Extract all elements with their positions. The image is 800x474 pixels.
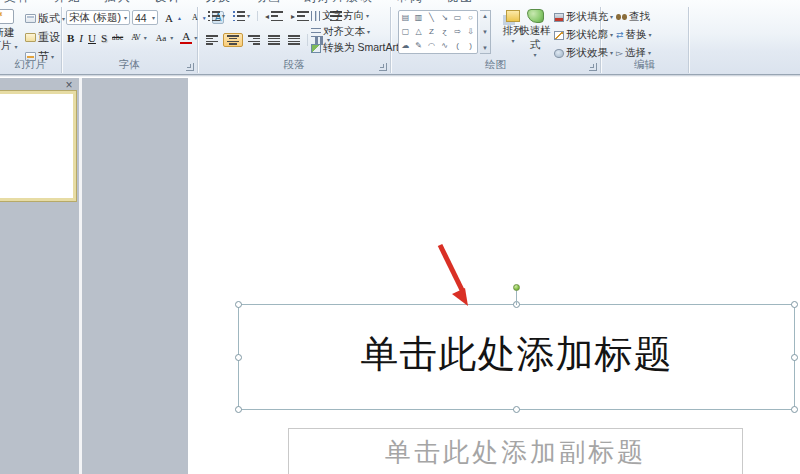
italic-button[interactable]: I (77, 32, 85, 44)
title-placeholder-text[interactable]: 单击此处添加标题 (239, 329, 794, 380)
shape-icon[interactable]: ╲ (429, 14, 434, 22)
shape-icon[interactable]: △ (415, 28, 421, 36)
decrease-indent-button[interactable]: ◂ (262, 10, 286, 22)
tab-slideshow[interactable]: 幻灯片放映 (304, 0, 374, 6)
group-slides: 新建 灯片 ▾ 版式▾ 重设 节▾ 幻灯片 (0, 7, 62, 73)
rotation-handle[interactable] (513, 284, 520, 291)
tab-transitions[interactable]: 切换 (204, 0, 232, 6)
find-button[interactable]: 查找 (613, 9, 655, 25)
shape-icon[interactable]: ▤ (402, 14, 410, 22)
chevron-down-icon: ▾ (194, 35, 197, 41)
tab-review[interactable]: 审阅 (396, 0, 424, 6)
shape-icon[interactable]: ( (456, 42, 459, 50)
resize-handle-bottom-left[interactable] (235, 406, 242, 413)
paragraph-dialog-launcher-icon[interactable] (379, 63, 387, 71)
replace-button[interactable]: ⇄替换▾ (613, 27, 655, 43)
shape-icon[interactable]: Z (429, 28, 434, 36)
ribbon-tab-strip: 文件开始插入设计切换动画幻灯片放映审阅视图 (0, 0, 800, 7)
resize-handle-top-right[interactable] (791, 301, 798, 308)
slide-thumbnail[interactable] (0, 91, 76, 201)
shape-icon[interactable]: ◠ (428, 42, 435, 50)
text-direction-label: 文字方向 (322, 9, 364, 23)
group-paragraph: ▾ ▾ ◂ ▸ ↕▾ ▾ 文字方向▾ 对齐文本▾ 转换为 SmartAr (198, 7, 391, 73)
tab-view[interactable]: 视图 (446, 0, 474, 6)
tab-insert[interactable]: 插入 (104, 0, 132, 6)
group-label-editing: 编辑 (601, 58, 688, 72)
grow-font-icon: A (163, 12, 175, 24)
align-text-icon (311, 28, 321, 37)
font-color-button[interactable]: A▾ (177, 30, 200, 45)
smartart-label: 转换为 SmartArt (323, 41, 399, 55)
shape-icon[interactable]: ↘ (441, 14, 448, 22)
title-placeholder[interactable]: 单击此处添加标题 (238, 304, 795, 410)
tab-design[interactable]: 设计 (154, 0, 182, 6)
group-drawing: ▤▥╲↘▭○▢△Zɀ⇨⇩☁✎◠∿() ▲ ▼ ▼ 排列 ▾ 快速样式 ▾ 形状填… (391, 7, 601, 73)
font-name-combobox[interactable]: 宋体 (标题)▾ (66, 10, 130, 25)
slide-canvas[interactable] (188, 78, 800, 474)
shape-icon[interactable]: ⇨ (454, 28, 461, 36)
align-left-icon (206, 35, 218, 45)
editor-background (82, 78, 188, 474)
workspace: × 单击此处添加标题 单击此处添加副标题 (0, 78, 800, 474)
gallery-more-icon[interactable]: ▼ (482, 45, 488, 51)
shape-icon[interactable]: ) (469, 42, 472, 50)
tab-file[interactable]: 文件 (4, 0, 32, 6)
ribbon: 文件开始插入设计切换动画幻灯片放映审阅视图 新建 灯片 ▾ 版式▾ 重设 节▾ … (0, 0, 800, 75)
align-text-label: 对齐文本 (323, 25, 365, 39)
shape-icon[interactable]: ∿ (441, 42, 448, 50)
shape-gallery[interactable]: ▤▥╲↘▭○▢△Zɀ⇨⇩☁✎◠∿() (398, 10, 478, 54)
resize-handle-bottom-center[interactable] (513, 406, 520, 413)
numbering-button[interactable]: ▾ (230, 10, 253, 22)
align-left-button[interactable] (203, 34, 221, 46)
drawing-dialog-launcher-icon[interactable] (589, 63, 597, 71)
justify-button[interactable] (265, 34, 283, 46)
shape-gallery-scrollbar[interactable]: ▲ ▼ ▼ (480, 10, 491, 54)
bullets-button[interactable]: ▾ (205, 10, 228, 22)
strikethrough-button[interactable]: abc (110, 33, 125, 42)
chevron-down-icon: ▾ (14, 44, 17, 50)
resize-handle-top-left[interactable] (235, 301, 242, 308)
tab-animations[interactable]: 动画 (254, 0, 282, 6)
text-shadow-button[interactable]: S (99, 32, 109, 44)
shape-icon[interactable]: ɀ (443, 28, 447, 36)
numbering-icon (233, 11, 245, 21)
chevron-down-icon: ▾ (366, 13, 369, 19)
new-slide-label-1: 新建 (0, 26, 20, 39)
grow-font-button[interactable]: A▲ (160, 11, 185, 25)
quick-styles-icon (527, 9, 544, 23)
decrease-indent-icon: ◂ (265, 12, 269, 21)
shape-icon[interactable]: ☁ (402, 42, 410, 50)
justify-icon (268, 35, 280, 45)
chevron-down-icon: ▾ (170, 35, 173, 41)
shape-icon[interactable]: ▭ (454, 14, 462, 22)
shape-icon[interactable]: ○ (468, 14, 473, 22)
chevron-down-icon: ▾ (152, 15, 155, 21)
subtitle-placeholder[interactable]: 单击此处添加副标题 (288, 428, 743, 474)
align-center-button[interactable] (223, 33, 243, 47)
group-font: 宋体 (标题)▾ 44▾ A▲ A▼ A B I U S abc AV▾ Aa▾… (62, 7, 198, 73)
shape-icon[interactable]: ▢ (402, 28, 410, 36)
shape-icon[interactable]: ✎ (415, 42, 422, 50)
shape-icon[interactable]: ⇩ (467, 28, 474, 36)
new-slide-button[interactable]: 新建 灯片 ▾ (0, 9, 20, 52)
align-right-button[interactable] (245, 34, 263, 46)
scroll-up-icon[interactable]: ▲ (482, 13, 488, 19)
change-case-icon: Aa (154, 33, 169, 43)
font-size-combobox[interactable]: 44▾ (132, 10, 158, 25)
subtitle-placeholder-text[interactable]: 单击此处添加副标题 (289, 435, 742, 470)
quick-styles-button[interactable]: 快速样式 ▾ (515, 9, 555, 58)
resize-handle-bottom-right[interactable] (791, 406, 798, 413)
increase-indent-button[interactable]: ▸ (288, 10, 312, 22)
shape-icon[interactable]: ▥ (415, 14, 423, 22)
chevron-down-icon: ▾ (367, 29, 370, 35)
scroll-down-icon[interactable]: ▼ (482, 29, 488, 35)
font-dialog-launcher-icon[interactable] (186, 63, 194, 71)
distribute-button[interactable] (285, 34, 303, 46)
change-case-button[interactable]: Aa▾ (151, 32, 177, 44)
layout-label: 版式 (38, 11, 60, 26)
underline-button[interactable]: U (86, 32, 98, 44)
bold-button[interactable]: B (65, 32, 76, 44)
align-center-icon (227, 35, 239, 45)
character-spacing-button[interactable]: AV▾ (126, 32, 150, 43)
tab-home[interactable]: 开始 (54, 0, 82, 6)
